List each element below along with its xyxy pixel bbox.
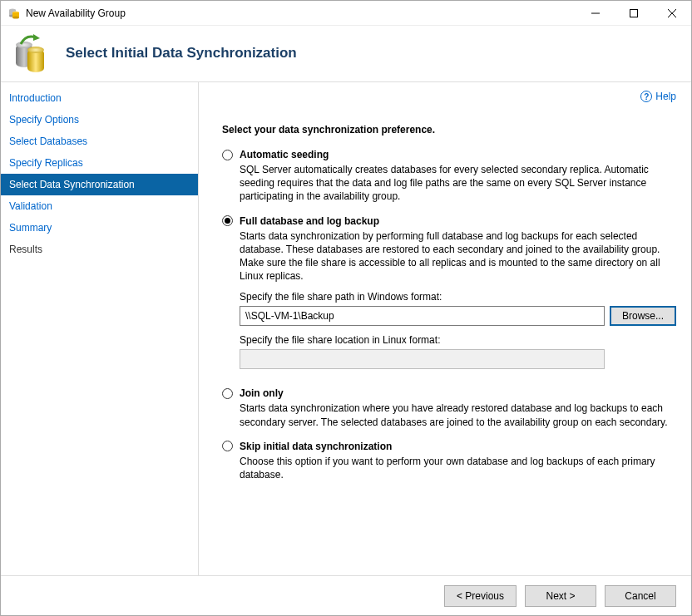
- help-icon: ?: [640, 91, 652, 102]
- option-join-only: Join only Starts data synchronization wh…: [222, 387, 676, 428]
- option-full-backup: Full database and log backup Starts data…: [222, 215, 676, 370]
- radio-skip-sync[interactable]: [222, 441, 233, 451]
- label-join-only[interactable]: Join only: [240, 387, 284, 399]
- linux-path-input: [240, 349, 605, 369]
- linux-path-label: Specify the file share location in Linux…: [240, 334, 676, 346]
- nav-summary[interactable]: Summary: [1, 217, 198, 239]
- maximize-button[interactable]: [615, 1, 653, 26]
- desc-join-only: Starts data synchronization where you ha…: [240, 402, 676, 428]
- header-icon: [12, 34, 51, 72]
- window-title: New Availability Group: [26, 7, 126, 19]
- nav-specify-options[interactable]: Specify Options: [1, 109, 198, 131]
- wizard-content: ? Help Select your data synchronization …: [199, 82, 691, 575]
- windows-path-input[interactable]: [240, 306, 605, 326]
- desc-skip-sync: Choose this option if you want to perfor…: [240, 455, 676, 481]
- nav-select-databases[interactable]: Select Databases: [1, 131, 198, 152]
- radio-automatic-seeding[interactable]: [222, 150, 233, 160]
- page-heading: Select Initial Data Synchronization: [66, 45, 297, 62]
- desc-automatic-seeding: SQL Server automatically creates databas…: [240, 163, 676, 204]
- label-skip-sync[interactable]: Skip initial data synchronization: [240, 441, 392, 452]
- desc-full-backup: Starts data synchronization by performin…: [240, 229, 676, 283]
- wizard-sidebar: Introduction Specify Options Select Data…: [1, 82, 199, 575]
- titlebar: New Availability Group: [1, 1, 691, 26]
- svg-rect-7: [630, 9, 638, 17]
- wizard-header: Select Initial Data Synchronization: [1, 26, 691, 82]
- sync-preference-prompt: Select your data synchronization prefere…: [222, 124, 676, 136]
- help-label: Help: [655, 91, 676, 102]
- nav-select-data-sync[interactable]: Select Data Synchronization: [1, 174, 198, 195]
- close-button[interactable]: [653, 1, 691, 26]
- cancel-button[interactable]: Cancel: [605, 585, 676, 607]
- label-automatic-seeding[interactable]: Automatic seeding: [240, 149, 329, 160]
- svg-point-5: [12, 16, 19, 18]
- windows-path-label: Specify the file share path in Windows f…: [240, 291, 676, 303]
- browse-button[interactable]: Browse...: [610, 306, 676, 326]
- radio-join-only[interactable]: [222, 388, 233, 399]
- minimize-button[interactable]: [576, 1, 615, 26]
- nav-introduction[interactable]: Introduction: [1, 87, 198, 109]
- nav-validation[interactable]: Validation: [1, 195, 198, 217]
- label-full-backup[interactable]: Full database and log backup: [240, 215, 379, 227]
- help-link[interactable]: ? Help: [640, 91, 676, 102]
- option-skip-sync: Skip initial data synchronization Choose…: [222, 441, 676, 481]
- previous-button[interactable]: < Previous: [444, 585, 517, 607]
- wizard-footer: < Previous Next > Cancel: [1, 575, 691, 615]
- option-automatic-seeding: Automatic seeding SQL Server automatical…: [222, 149, 676, 204]
- next-button[interactable]: Next >: [525, 585, 596, 607]
- nav-results[interactable]: Results: [1, 239, 198, 260]
- nav-specify-replicas[interactable]: Specify Replicas: [1, 152, 198, 174]
- radio-full-backup[interactable]: [222, 215, 233, 226]
- app-icon: [7, 7, 21, 20]
